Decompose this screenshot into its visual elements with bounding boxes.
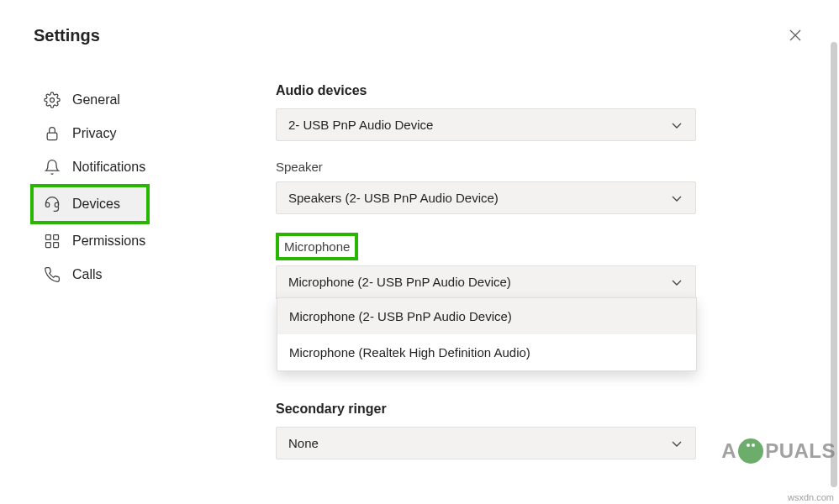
sidebar-item-notifications[interactable]: Notifications <box>34 150 235 184</box>
sidebar-item-label: Devices <box>72 197 120 212</box>
secondary-ringer-dropdown[interactable]: None <box>276 427 696 459</box>
microphone-option[interactable]: Microphone (2- USB PnP Audio Device) <box>277 298 696 334</box>
chevron-down-icon <box>670 437 683 450</box>
chevron-down-icon <box>670 118 683 132</box>
microphone-dropdown-list: Microphone (2- USB PnP Audio Device) Mic… <box>277 297 697 371</box>
sidebar-item-label: General <box>72 92 120 108</box>
sidebar-item-calls[interactable]: Calls <box>34 258 235 291</box>
svg-rect-7 <box>54 243 59 248</box>
audio-devices-heading: Audio devices <box>276 83 772 98</box>
bell-icon <box>44 159 61 176</box>
sidebar-item-permissions[interactable]: Permissions <box>34 224 235 258</box>
audio-device-value: 2- USB PnP Audio Device <box>288 118 433 132</box>
sidebar: General Privacy Notifications <box>34 29 235 475</box>
microphone-value: Microphone (2- USB PnP Audio Device) <box>288 275 511 289</box>
sidebar-item-label: Notifications <box>72 160 145 175</box>
sidebar-item-label: Privacy <box>72 126 116 141</box>
sidebar-item-general[interactable]: General <box>34 83 235 117</box>
content-area: Audio devices 2- USB PnP Audio Device Sp… <box>235 29 805 475</box>
watermark-avatar-icon <box>738 438 763 464</box>
gear-icon <box>44 92 61 108</box>
svg-rect-5 <box>54 235 59 240</box>
sidebar-item-label: Permissions <box>72 234 145 249</box>
svg-rect-4 <box>46 235 51 240</box>
microphone-option[interactable]: Microphone (Realtek High Definition Audi… <box>277 334 696 370</box>
chevron-down-icon <box>670 192 683 205</box>
svg-point-2 <box>50 98 55 102</box>
audio-device-dropdown[interactable]: 2- USB PnP Audio Device <box>276 108 696 141</box>
url-watermark: wsxdn.com <box>788 492 834 502</box>
microphone-label: Microphone <box>276 233 358 260</box>
watermark: A PUALS <box>721 438 836 464</box>
sidebar-item-privacy[interactable]: Privacy <box>34 117 235 150</box>
secondary-ringer-heading: Secondary ringer <box>276 402 772 417</box>
apps-icon <box>44 233 61 249</box>
microphone-dropdown[interactable]: Microphone (2- USB PnP Audio Device) Mic… <box>276 265 696 299</box>
phone-icon <box>44 266 61 283</box>
lock-icon <box>44 125 61 142</box>
sidebar-item-devices[interactable]: Devices <box>34 187 146 221</box>
page-title: Settings <box>34 26 100 45</box>
headset-icon <box>44 196 61 213</box>
svg-rect-3 <box>47 133 57 139</box>
speaker-label: Speaker <box>276 160 772 174</box>
scrollbar[interactable] <box>831 42 837 487</box>
close-icon <box>789 29 801 41</box>
speaker-dropdown[interactable]: Speakers (2- USB PnP Audio Device) <box>276 181 696 214</box>
chevron-down-icon <box>670 276 683 289</box>
sidebar-item-label: Calls <box>72 267 103 282</box>
speaker-value: Speakers (2- USB PnP Audio Device) <box>288 191 499 205</box>
svg-rect-6 <box>46 243 51 248</box>
secondary-ringer-value: None <box>288 436 319 450</box>
close-button[interactable] <box>785 25 805 45</box>
